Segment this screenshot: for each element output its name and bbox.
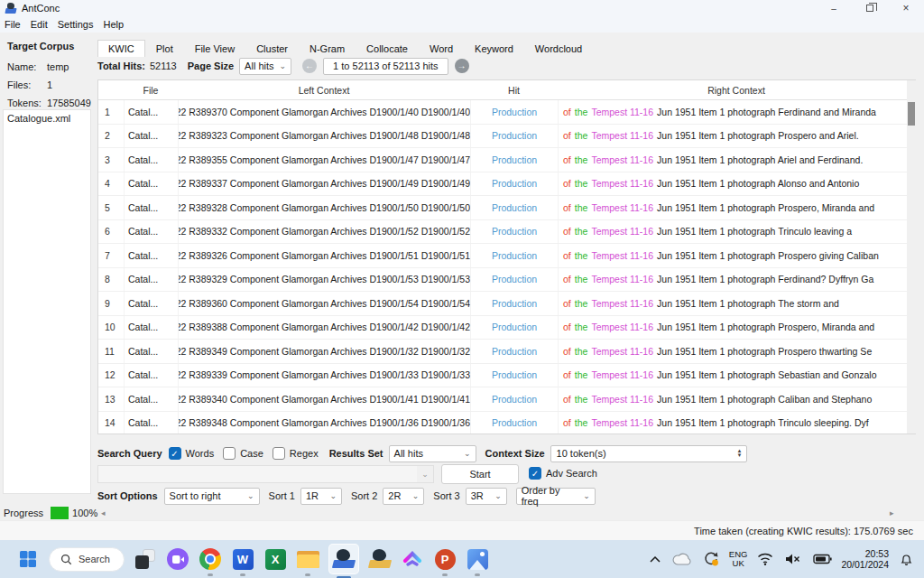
table-row[interactable]: 12Catal...2022 R389339 Component Glamorg… — [98, 364, 915, 388]
menu-file[interactable]: File — [5, 19, 21, 30]
col-header-hit[interactable]: Hit — [470, 80, 558, 99]
antconc-alt-button[interactable] — [368, 547, 392, 571]
notifications-button[interactable] — [897, 547, 915, 571]
tab-word[interactable]: Word — [419, 40, 464, 57]
cell-hit[interactable]: Production — [470, 292, 558, 315]
sort-2-select[interactable]: 2R⌄ — [383, 488, 424, 505]
page-size-select[interactable]: All hits⌄ — [239, 58, 291, 75]
onedrive-button[interactable] — [671, 547, 693, 571]
cell-hit[interactable]: Production — [470, 244, 558, 267]
table-row[interactable]: 4Catal...2022 R389337 Component Glamorga… — [98, 172, 915, 197]
cell-hit[interactable]: Production — [470, 220, 558, 244]
case-checkbox[interactable] — [223, 447, 236, 460]
results-set-select[interactable]: All hits⌄ — [389, 445, 476, 462]
photos-button[interactable] — [466, 547, 489, 571]
next-page-button[interactable]: → — [455, 59, 469, 73]
cell-hit[interactable]: Production — [470, 196, 558, 219]
antconc-taskbar-button[interactable] — [328, 544, 359, 574]
chevron-down-icon[interactable]: ⌄ — [417, 466, 433, 482]
volume-muted-button[interactable] — [783, 547, 803, 571]
table-row[interactable]: 14Catal...2022 R389348 Component Glamorg… — [98, 412, 915, 434]
sort-mode-select[interactable]: Sort to right⌄ — [164, 488, 260, 505]
cell-hit[interactable]: Production — [470, 316, 558, 340]
table-row[interactable]: 13Catal...2022 R389340 Component Glamorg… — [98, 387, 915, 412]
file-explorer-button[interactable] — [296, 547, 319, 571]
tab-wordcloud[interactable]: Wordcloud — [524, 40, 593, 57]
tab-file-view[interactable]: File View — [184, 40, 245, 57]
table-row[interactable]: 11Catal...2022 R389349 Component Glamorg… — [98, 340, 915, 364]
scrollbar-thumb[interactable] — [908, 102, 915, 126]
tab-kwic[interactable]: KWIC — [97, 40, 145, 57]
cell-hit[interactable]: Production — [470, 268, 558, 292]
taskbar-search-box[interactable]: Search — [49, 547, 125, 572]
minimize-button[interactable]: – — [816, 0, 852, 16]
taskbar-clock[interactable]: 20:5320/01/2024 — [841, 548, 889, 570]
table-row[interactable]: 10Catal...2022 R389388 Component Glamorg… — [98, 316, 915, 340]
cell-hit[interactable]: Production — [470, 387, 558, 411]
cell-hit[interactable]: Production — [470, 340, 558, 363]
table-row[interactable]: 6Catal...2022 R389332 Component Glamorga… — [98, 220, 915, 245]
hscroll-right-arrow-icon[interactable]: ▸ — [890, 508, 894, 517]
words-checkbox[interactable]: ✓ — [169, 447, 181, 460]
table-row[interactable]: 7Catal...2022 R389326 Component Glamorga… — [98, 244, 915, 268]
tray-expand-button[interactable] — [647, 547, 663, 571]
tab-keyword[interactable]: Keyword — [464, 40, 524, 57]
cell-hit[interactable]: Production — [470, 364, 558, 387]
order-by-select[interactable]: Order by freq⌄ — [516, 488, 596, 505]
tab-plot[interactable]: Plot — [145, 40, 184, 57]
start-button[interactable]: Start — [441, 464, 519, 484]
language-indicator[interactable]: ENGUK — [729, 550, 748, 568]
sort-1-select[interactable]: 1R⌄ — [300, 488, 342, 505]
search-query-input[interactable]: ⌄ — [97, 465, 434, 483]
restore-button[interactable] — [852, 0, 888, 16]
antconc-icon — [333, 549, 355, 569]
sort-3-select[interactable]: 3R⌄ — [466, 488, 507, 505]
kwic-colored-token: Tempest 11-16 — [591, 369, 653, 380]
start-button-taskbar[interactable] — [16, 547, 40, 571]
spinner-arrows-icon[interactable]: ▲▼ — [737, 449, 743, 458]
menu-edit[interactable]: Edit — [31, 19, 48, 30]
col-header-right-context[interactable]: Right Context — [558, 80, 915, 99]
cell-hit[interactable]: Production — [470, 125, 558, 148]
table-row[interactable]: 2Catal...2022 R389323 Component Glamorga… — [98, 125, 915, 149]
cell-hit[interactable]: Production — [470, 100, 558, 124]
table-row[interactable]: 5Catal...2022 R389328 Component Glamorga… — [98, 196, 915, 220]
words-checkbox-label: Words — [186, 448, 215, 459]
hscroll-left-arrow-icon[interactable]: ◂ — [101, 508, 106, 517]
tab-n-gram[interactable]: N-Gram — [299, 40, 356, 57]
col-header-left-context[interactable]: Left Context — [178, 80, 470, 99]
table-row[interactable]: 8Catal...2022 R389329 Component Glamorga… — [98, 268, 915, 293]
cell-hit[interactable]: Production — [470, 172, 558, 196]
cell-hit[interactable]: Production — [470, 412, 558, 434]
sync-status-button[interactable] — [701, 547, 721, 571]
sort-label: Sort 2 — [351, 490, 377, 501]
context-size-spinner[interactable]: 10 token(s) ▲▼ — [550, 445, 747, 462]
chrome-button[interactable] — [199, 547, 222, 571]
table-row[interactable]: 1Catal...2022 R389370 Component Glamorga… — [98, 100, 915, 125]
hit-range-box: 1 to 52113 of 52113 hits — [323, 58, 448, 75]
powerpoint-button[interactable]: P — [433, 547, 457, 571]
corpus-file-item[interactable]: Catalogue.xml — [7, 113, 87, 124]
right-context-text: Jun 1951 Item 1 photograph Trinculo leav… — [657, 226, 852, 237]
task-view-button[interactable] — [134, 547, 157, 571]
tab-collocate[interactable]: Collocate — [356, 40, 419, 57]
col-header-file[interactable]: File — [124, 80, 178, 99]
vertical-scrollbar[interactable] — [907, 80, 916, 434]
cell-hit[interactable]: Production — [470, 148, 558, 172]
corpus-file-list[interactable]: Catalogue.xml — [3, 109, 91, 494]
battery-button[interactable] — [811, 547, 833, 571]
wifi-button[interactable] — [755, 547, 775, 571]
table-row[interactable]: 3Catal...2022 R389355 Component Glamorga… — [98, 148, 915, 172]
adv-search-checkbox[interactable]: ✓ — [529, 467, 541, 480]
clickup-button[interactable] — [401, 547, 424, 571]
menu-settings[interactable]: Settings — [58, 19, 94, 30]
regex-checkbox[interactable] — [273, 447, 285, 460]
excel-button[interactable]: X — [263, 547, 287, 571]
tab-cluster[interactable]: Cluster — [245, 40, 299, 57]
video-app-button[interactable] — [166, 547, 189, 571]
menu-help[interactable]: Help — [103, 19, 124, 30]
close-button[interactable]: × — [888, 0, 924, 16]
table-row[interactable]: 9Catal...2022 R389360 Component Glamorga… — [98, 292, 915, 316]
word-button[interactable]: W — [231, 547, 254, 571]
prev-page-button[interactable]: ← — [302, 59, 317, 73]
